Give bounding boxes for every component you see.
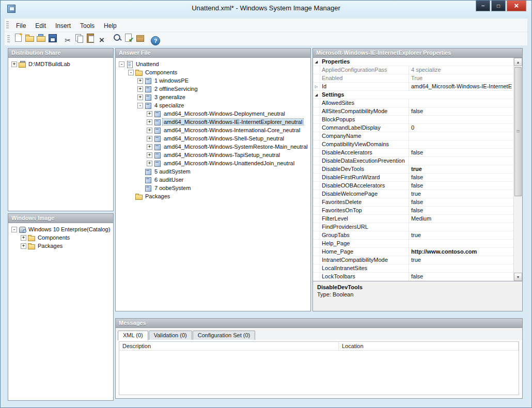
tree-item-amd64-microsoft-windows-deployment-neutral[interactable]: +amd64_Microsoft-Windows-Deployment_neut…: [116, 109, 310, 118]
property-value[interactable]: Medium: [409, 215, 513, 223]
property-row-grouptabs[interactable]: GroupTabstrue: [313, 231, 513, 240]
new-answer-file-icon[interactable]: [13, 33, 23, 43]
property-row-home-page[interactable]: Home_Pagehttp://www.contoso.com: [313, 248, 513, 256]
tree-toggle-expand-icon[interactable]: +: [147, 136, 152, 142]
tree-toggle-expand-icon[interactable]: +: [147, 128, 152, 133]
tree-toggle-expand-icon[interactable]: +: [137, 95, 143, 100]
paste-icon[interactable]: [85, 33, 96, 43]
property-value[interactable]: false: [409, 273, 513, 280]
maximize-button[interactable]: □: [491, 1, 506, 11]
tree-item-3-generalize[interactable]: +3 generalize: [116, 93, 310, 101]
section-collapse-icon[interactable]: ◢: [313, 91, 320, 99]
property-row-commandlabeldisplay[interactable]: CommandLabelDisplay0: [313, 124, 513, 132]
tree-item-windows-10-enterprise-catalog[interactable]: -Windows 10 Enterprise(Catalog): [8, 225, 113, 233]
property-value[interactable]: [409, 116, 513, 123]
copy-icon[interactable]: [74, 33, 84, 43]
create-configuration-set-icon[interactable]: [135, 33, 145, 43]
tree-toggle-collapse-icon[interactable]: -: [128, 70, 134, 75]
tree-toggle-expand-icon[interactable]: +: [147, 161, 152, 166]
property-value[interactable]: [409, 132, 513, 140]
property-row-filterlevel[interactable]: FilterLevelMedium: [313, 215, 513, 223]
menu-edit[interactable]: Edit: [30, 21, 51, 31]
property-value[interactable]: http://www.contoso.com: [409, 248, 513, 256]
property-value[interactable]: false: [409, 182, 513, 190]
tree-item-6-audituser[interactable]: 6 auditUser: [116, 176, 310, 184]
property-value[interactable]: false: [409, 207, 513, 214]
property-row-id[interactable]: ▷Idamd64_Microsoft-Windows-IE-InternetE: [313, 83, 513, 91]
properties-scrollbar[interactable]: ▲ ▼: [513, 58, 522, 281]
property-value[interactable]: [409, 157, 513, 165]
tree-toggle-expand-icon[interactable]: +: [147, 152, 152, 158]
tree-toggle-expand-icon[interactable]: +: [21, 243, 26, 249]
property-row-help-page[interactable]: Help_Page: [313, 240, 513, 248]
property-value[interactable]: false: [409, 174, 513, 181]
tree-item-unattend[interactable]: -Unattend: [116, 60, 310, 68]
tree-toggle-expand-icon[interactable]: +: [11, 61, 17, 67]
property-value[interactable]: true: [409, 190, 513, 198]
property-row-disableaccelerators[interactable]: DisableAcceleratorsfalse: [313, 149, 513, 157]
close-button[interactable]: ×: [507, 1, 526, 11]
property-value[interactable]: [409, 223, 513, 231]
property-row-compatibilityviewdomains[interactable]: CompatibilityViewDomains: [313, 140, 513, 149]
tree-item-amd64-microsoft-windows-tapisetup-neutral[interactable]: +amd64_Microsoft-Windows-TapiSetup_neutr…: [116, 151, 310, 159]
property-row-favoritesdelete[interactable]: FavoritesDeletefalse: [313, 198, 513, 207]
property-value[interactable]: [409, 99, 513, 107]
property-value[interactable]: true: [409, 231, 513, 239]
property-row-locktoolbars[interactable]: LockToolbarsfalse: [313, 273, 513, 281]
tree-item-packages[interactable]: Packages: [116, 192, 310, 200]
property-row-blockpopups[interactable]: BlockPopups: [313, 116, 513, 124]
property-section-settings[interactable]: ◢Settings: [313, 91, 513, 99]
validate-answer-file-icon[interactable]: [123, 33, 134, 43]
property-row-disableoobaccelerators[interactable]: DisableOOBAcceleratorsfalse: [313, 182, 513, 190]
tree-toggle-expand-icon[interactable]: +: [137, 86, 143, 92]
property-row-findprovidersurl[interactable]: FindProvidersURL: [313, 223, 513, 231]
property-row-disablefirstrunwizard[interactable]: DisableFirstRunWizardfalse: [313, 174, 513, 182]
property-row-disablewelcomepage[interactable]: DisableWelcomePagetrue: [313, 190, 513, 198]
property-row-disabledataexecutionprevention[interactable]: DisableDataExecutionPrevention: [313, 157, 513, 165]
tree-item-7-oobesystem[interactable]: 7 oobeSystem: [116, 184, 310, 192]
menu-file[interactable]: File: [11, 21, 30, 31]
section-collapse-icon[interactable]: ◢: [313, 58, 320, 66]
property-row-disabledevtools[interactable]: DisableDevToolstrue: [313, 165, 513, 174]
tree-item-components[interactable]: -Components: [116, 68, 310, 76]
property-value[interactable]: true: [409, 165, 513, 173]
tree-item-amd64-microsoft-windows-unattendedjoin-neutral[interactable]: +amd64_Microsoft-Windows-UnattendedJoin_…: [116, 159, 310, 167]
open-windows-image-icon[interactable]: [36, 33, 46, 43]
app-icon[interactable]: [7, 5, 15, 13]
tree-toggle-collapse-icon[interactable]: -: [11, 227, 17, 232]
property-value[interactable]: True: [409, 74, 513, 82]
property-row-intranetcompatibilitymode[interactable]: IntranetCompatibilityModetrue: [313, 256, 513, 264]
tree-toggle-expand-icon[interactable]: +: [147, 144, 152, 150]
tree-item-amd64-microsoft-windows-systemrestore-main-neutr[interactable]: +amd64_Microsoft-Windows-SystemRestore-M…: [116, 143, 310, 151]
property-value[interactable]: [409, 264, 513, 272]
cut-icon[interactable]: [62, 35, 73, 45]
tab-xml-0[interactable]: XML (0): [118, 331, 148, 340]
property-value[interactable]: [409, 140, 513, 148]
find-icon[interactable]: [112, 33, 122, 43]
property-value[interactable]: 0: [409, 124, 513, 132]
minimize-button[interactable]: −: [476, 1, 490, 11]
property-row-favoritesontop[interactable]: FavoritesOnTopfalse: [313, 207, 513, 215]
column-header-description[interactable]: Description: [119, 342, 339, 350]
tree-item-amd64-microsoft-windows-ie-internetexplorer-neut[interactable]: +amd64_Microsoft-Windows-IE-InternetExpl…: [116, 118, 310, 126]
tree-item-components[interactable]: +Components: [8, 233, 113, 242]
tree-item-d-mdtbuildlab[interactable]: +D:\MDTBuildLab: [8, 60, 113, 68]
property-value[interactable]: 4 specialize: [409, 66, 513, 74]
tab-validation-0[interactable]: Validation (0): [149, 331, 192, 340]
property-row-allsitescompatibilitymode[interactable]: AllSitesCompatibilityModefalse: [313, 107, 513, 116]
menu-insert[interactable]: Insert: [51, 21, 75, 31]
tree-toggle-collapse-icon[interactable]: -: [119, 61, 124, 67]
scrollbar-thumb[interactable]: [514, 67, 522, 196]
tab-configuration-set-0[interactable]: Configuration Set (0): [193, 331, 256, 340]
tree-item-amd64-microsoft-windows-international-core-neutr[interactable]: +amd64_Microsoft-Windows-International-C…: [116, 126, 310, 134]
property-row-localintranetsites[interactable]: LocalIntranetSites: [313, 264, 513, 273]
help-icon[interactable]: [150, 36, 161, 46]
tree-item-5-auditsystem[interactable]: 5 auditSystem: [116, 167, 310, 176]
tree-toggle-expand-icon[interactable]: +: [137, 78, 143, 84]
property-row-allowedsites[interactable]: AllowedSites: [313, 99, 513, 107]
tree-item-packages[interactable]: +Packages: [8, 242, 113, 250]
property-value[interactable]: false: [409, 198, 513, 206]
property-row-appliedconfigurationpass[interactable]: AppliedConfigurationPass4 specialize: [313, 66, 513, 74]
property-row-companyname[interactable]: CompanyName: [313, 132, 513, 140]
property-row-enabled[interactable]: EnabledTrue: [313, 74, 513, 83]
